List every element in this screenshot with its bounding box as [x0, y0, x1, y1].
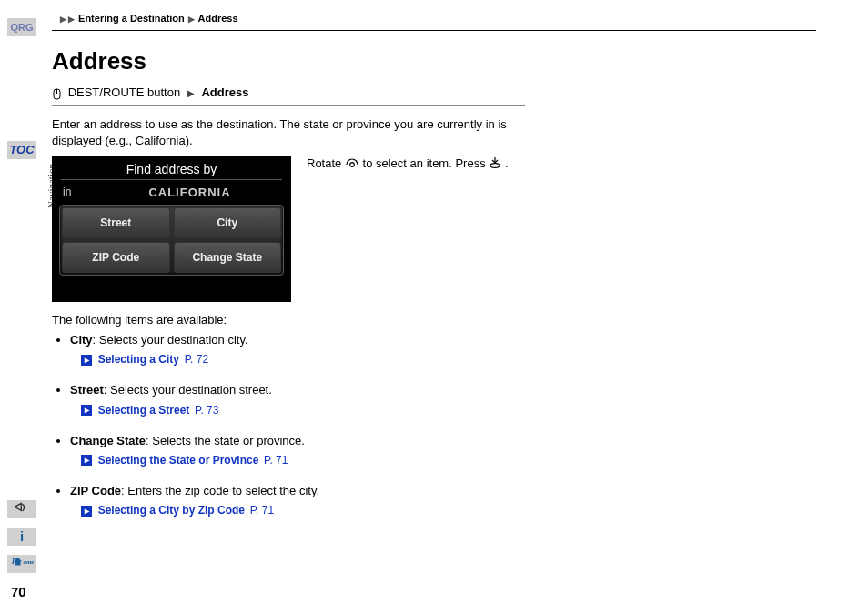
cross-ref-link[interactable]: Selecting a Street: [98, 404, 190, 417]
tab-info[interactable]: i: [7, 528, 36, 546]
page-number: 70: [11, 584, 26, 599]
item-desc: : Enters the zip code to select the city…: [121, 484, 319, 497]
item-desc: : Selects the state or province.: [146, 434, 305, 447]
cross-ref-link[interactable]: Selecting a City by Zip Code: [98, 504, 245, 517]
item-label: Street: [70, 383, 104, 397]
item-label: ZIP Code: [70, 484, 121, 497]
menu-path-target: Address: [201, 85, 248, 99]
breadcrumb-level3[interactable]: Address: [198, 13, 238, 24]
cross-ref-page: P. 73: [195, 404, 218, 417]
rotate-caption: Rotate to select an item. Press .: [307, 156, 580, 172]
menu-path-button: DEST/ROUTE button: [68, 85, 181, 99]
device-screenshot: Find address by in CALIFORNIA Street Cit…: [52, 156, 291, 302]
cross-ref-page: P. 71: [250, 504, 274, 517]
chevron-right-icon: ▶: [68, 15, 75, 24]
screenshot-btn-city: City: [174, 207, 282, 238]
item-desc: : Selects your destination city.: [93, 333, 248, 347]
list-item: Street: Selects your destination street.…: [70, 382, 543, 417]
item-label: Change State: [70, 434, 146, 447]
link-arrow-icon: ▸: [81, 455, 92, 466]
sidebar: QRG TOC Navigation i ome H 70: [0, 0, 39, 613]
button-press-icon: [52, 87, 62, 100]
screenshot-state: CALIFORNIA: [99, 186, 280, 199]
tab-voice[interactable]: [7, 500, 36, 518]
page-title: Address: [52, 47, 816, 75]
screenshot-btn-street: Street: [62, 207, 170, 238]
available-label: The following items are available:: [52, 313, 525, 327]
breadcrumb: ▶▶ Entering a Destination ▶ Address: [52, 0, 816, 31]
chevron-right-icon: ▶: [187, 88, 195, 98]
list-item: Change State: Selects the state or provi…: [70, 433, 543, 468]
press-dial-icon: [489, 156, 501, 172]
cross-ref-link[interactable]: Selecting a City: [98, 353, 179, 366]
screenshot-btn-change: Change State: [174, 242, 282, 273]
cross-ref-page: P. 72: [185, 353, 208, 366]
svg-point-5: [350, 163, 355, 167]
tab-home[interactable]: ome H: [7, 555, 36, 573]
list-item: ZIP Code: Enters the zip code to select …: [70, 483, 543, 518]
svg-text:H: H: [11, 558, 18, 566]
breadcrumb-level2[interactable]: Entering a Destination: [78, 13, 185, 24]
svg-point-6: [490, 164, 500, 168]
svg-text:ome: ome: [23, 558, 34, 566]
chevron-right-icon: ▶: [60, 15, 66, 24]
content-area: ▶▶ Entering a Destination ▶ Address Addr…: [52, 0, 816, 533]
link-arrow-icon: ▸: [81, 355, 92, 366]
menu-path: DEST/ROUTE button ▶ Address: [52, 83, 525, 106]
cross-ref-page: P. 71: [264, 454, 288, 467]
screenshot-in-label: in: [63, 186, 99, 198]
link-arrow-icon: ▸: [81, 405, 92, 416]
item-label: City: [70, 333, 93, 347]
chevron-right-icon: ▶: [188, 15, 195, 24]
link-arrow-icon: ▸: [81, 506, 92, 517]
voice-icon: [13, 501, 31, 514]
home-icon: ome H: [9, 555, 35, 569]
tab-qrg[interactable]: QRG: [7, 18, 36, 36]
tab-toc[interactable]: TOC: [7, 141, 36, 159]
intro-text: Enter an address to use as the destinati…: [52, 116, 525, 149]
rotate-dial-icon: [345, 156, 359, 172]
screenshot-btn-zip: ZIP Code: [62, 242, 170, 273]
list-item: City: Selects your destination city. ▸ S…: [70, 332, 543, 367]
item-desc: : Selects your destination street.: [104, 383, 272, 397]
screenshot-header: Find address by: [52, 156, 291, 176]
item-list: City: Selects your destination city. ▸ S…: [52, 332, 543, 519]
cross-ref-link[interactable]: Selecting the State or Province: [98, 454, 259, 467]
